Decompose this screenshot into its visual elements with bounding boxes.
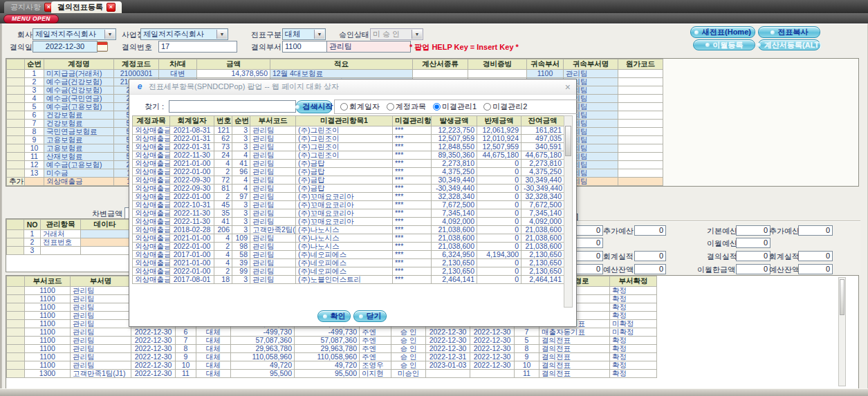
cell-seq[interactable]: 3 xyxy=(232,143,250,151)
cell-no[interactable]: 45 xyxy=(214,201,232,209)
cell-no[interactable]: 11 xyxy=(176,370,196,378)
cell-amt[interactable]: 49,720 xyxy=(231,361,295,370)
cell-no2[interactable]: 9 xyxy=(515,353,539,361)
cell-balance[interactable]: 2,464,141 xyxy=(521,276,564,284)
cell-seq[interactable]: 3 xyxy=(232,201,250,209)
cell-occur[interactable]: 4,092,000 xyxy=(432,218,477,226)
cell-no[interactable]: 206 xyxy=(214,226,232,234)
cell-name[interactable]: 관리팀 xyxy=(71,287,131,295)
cell-date[interactable]: 2022-09-30 xyxy=(170,176,214,185)
cell-repay[interactable]: 0 xyxy=(477,226,521,234)
cell-account[interactable]: 외상매출금 xyxy=(133,226,170,234)
cell-no[interactable]: 2 xyxy=(214,168,232,176)
cell-item[interactable]: 전표번호 xyxy=(41,238,81,247)
cell-sel[interactable] xyxy=(7,345,25,353)
cell-date[interactable]: 2022-12-30 xyxy=(131,345,176,353)
cell-cost[interactable] xyxy=(618,120,663,128)
table-row[interactable]: 외상매출금2017-08-01183관리팀(주)노블인더스트리***2,464,… xyxy=(133,276,564,284)
cell-no[interactable]: 8 xyxy=(176,345,196,353)
cell-dept[interactable]: 1100 xyxy=(25,328,71,337)
cell-sel[interactable] xyxy=(7,95,25,103)
approval-select[interactable]: 미 승 인 ▼ xyxy=(370,28,423,40)
cell-repay[interactable]: 0 xyxy=(477,160,521,168)
cell-item1[interactable]: (주)나노시스 xyxy=(296,226,393,234)
cell-seq[interactable]: 4 xyxy=(232,151,250,160)
cell-balance[interactable]: 7,345,140 xyxy=(521,209,564,218)
budget-base-field[interactable]: 0 xyxy=(736,225,770,236)
cell-sel[interactable] xyxy=(7,70,25,78)
budget-acct-field[interactable]: 0 xyxy=(798,251,833,261)
cell-account[interactable]: 외상매출금 xyxy=(133,276,170,284)
cell-item1[interactable]: (주)네오피에스 xyxy=(296,251,393,259)
cell-sel[interactable] xyxy=(7,370,25,378)
cell-date[interactable]: 2022-01-00 xyxy=(170,267,214,276)
cell-amt2[interactable]: 110,058,960 xyxy=(295,353,360,361)
cell-account[interactable]: 외상매출금 xyxy=(133,151,170,160)
close-tab-icon[interactable]: × xyxy=(107,3,116,12)
cell-date[interactable]: 2022-12-30 xyxy=(131,337,176,345)
cell-confirm[interactable]: 확정 xyxy=(610,345,657,353)
chevron-down-icon[interactable]: ▼ xyxy=(104,30,115,39)
radio-input[interactable] xyxy=(483,103,491,111)
cell-dept[interactable]: 고객만족2팀(J2 xyxy=(250,226,296,234)
cell-item2[interactable]: *** xyxy=(393,185,432,193)
cell-item1[interactable]: (주)나노시스 xyxy=(296,234,393,243)
cell-sel[interactable] xyxy=(7,169,25,178)
cell-no[interactable]: 41 xyxy=(214,218,232,226)
cell-date[interactable]: 2022-11-30 xyxy=(170,218,214,226)
cell-dept[interactable]: 관리팀 xyxy=(250,218,296,226)
dialog-close-icon[interactable]: × xyxy=(565,82,571,92)
cell-item1[interactable]: (주)네오피에스 xyxy=(296,259,393,267)
cell-seq[interactable]: 3 xyxy=(232,226,250,234)
cell-item1[interactable]: (주)금탑 xyxy=(296,160,393,168)
cell-occur[interactable]: 89,350,360 xyxy=(432,151,477,160)
table-row[interactable]: 외상매출금2022-10-31453관리팀(주)꼬매요코리아***7,672,5… xyxy=(133,201,564,209)
cell-confirm[interactable]: 확정 xyxy=(610,361,657,370)
cell-path[interactable]: 결의전표 xyxy=(539,345,610,353)
cell-item2[interactable]: *** xyxy=(393,151,432,160)
cell-dept[interactable]: 관리팀 xyxy=(250,243,296,251)
cell-dept[interactable]: 1100 xyxy=(25,312,71,320)
cell-memo[interactable]: 12월 4대보험료 xyxy=(270,70,413,78)
cell-name[interactable]: 고용보험료 xyxy=(44,136,114,144)
radio-open-mgmt1[interactable]: 미결관리1 xyxy=(433,102,477,112)
cell-writer[interactable]: 조영우 xyxy=(360,361,391,370)
cell-dept[interactable]: 관리팀 xyxy=(250,160,296,168)
cell-path[interactable]: 매출자동기표 xyxy=(539,328,610,337)
table-row[interactable]: 외상매출금2022-01-00299관리팀(주)네오피에스***2,130,65… xyxy=(133,267,564,276)
cell-repay[interactable]: 44,675,180 xyxy=(477,151,521,160)
cell-no[interactable]: 4 xyxy=(214,259,232,267)
cell-date[interactable]: 2022-12-30 xyxy=(131,353,176,361)
cell-seq[interactable]: 3 xyxy=(232,276,250,284)
cell-sel[interactable] xyxy=(7,328,25,337)
cell-cost[interactable] xyxy=(618,161,663,169)
cell-sel[interactable] xyxy=(7,103,25,111)
dialog-scrollbar[interactable] xyxy=(564,115,573,308)
cell-balance[interactable]: 4,375,250 xyxy=(521,168,564,176)
cell-type[interactable]: 대체 xyxy=(196,328,231,337)
radio-acct-date[interactable]: 회계일자 xyxy=(340,102,380,112)
table-row[interactable]: 외상매출금2017-01-00458관리팀(주)네오피에스***6,324,95… xyxy=(133,251,564,259)
cell-seq[interactable]: 1 xyxy=(25,70,44,78)
chevron-down-icon[interactable]: ▼ xyxy=(412,30,422,39)
cell-seq[interactable]: 41 xyxy=(232,160,250,168)
cell-date[interactable]: 2021-01-00 xyxy=(170,259,214,267)
cell-balance[interactable]: 21,038,600 xyxy=(521,226,564,234)
new-slip-button[interactable]: 새전표(Home) xyxy=(690,26,755,38)
cell-d2[interactable]: 2022-12-30 xyxy=(470,337,515,345)
cell-amt2[interactable]: 29,963,780 xyxy=(295,345,360,353)
radio-account[interactable]: 계정과목 xyxy=(387,102,426,112)
cell-no[interactable]: 2 xyxy=(214,243,232,251)
cell-dept[interactable]: 1100 xyxy=(25,287,71,295)
cell-name[interactable]: 관리팀 xyxy=(71,320,131,328)
cell-repay[interactable]: 12,061,929 xyxy=(477,126,521,135)
cell-confirm[interactable]: 확정 xyxy=(610,303,657,312)
cell-data[interactable] xyxy=(81,238,129,247)
cell-balance[interactable]: 4,092,000 xyxy=(521,218,564,226)
cell-account[interactable]: 외상매출금 xyxy=(133,201,170,209)
table-row[interactable]: 1거래처 xyxy=(7,230,129,238)
cell-no[interactable]: 1 xyxy=(24,230,41,238)
cell-amt[interactable]: 29,963,780 xyxy=(231,345,295,353)
cell-no[interactable]: 2 xyxy=(214,267,232,276)
cell-no2[interactable]: 7 xyxy=(515,328,539,337)
